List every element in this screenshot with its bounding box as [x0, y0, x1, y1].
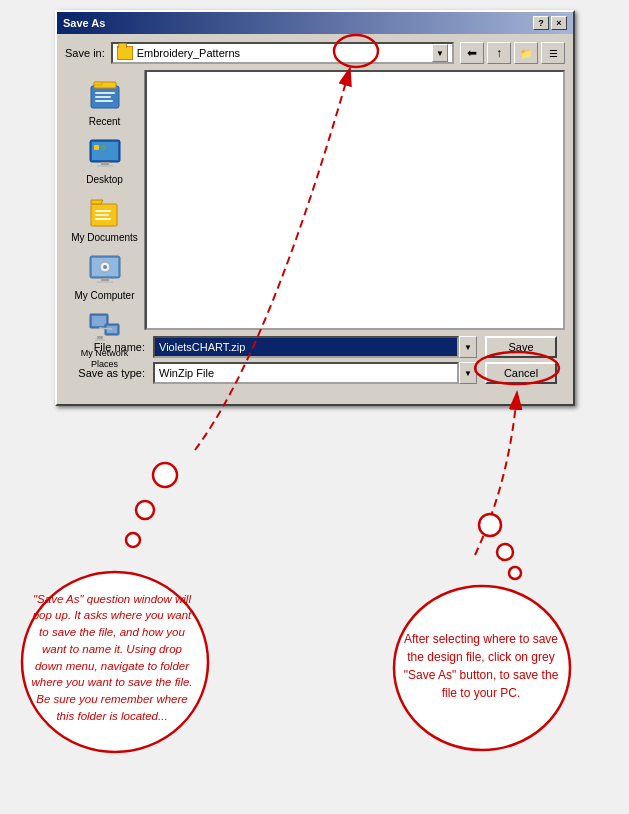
savein-label: Save in: — [65, 47, 105, 59]
savetype-input[interactable] — [153, 362, 459, 384]
svg-rect-20 — [97, 281, 113, 283]
savein-folder-name: Embroidery_Patterns — [137, 47, 428, 59]
svg-rect-5 — [95, 100, 113, 102]
new-folder-button[interactable]: 📁 — [514, 42, 538, 64]
svg-rect-9 — [97, 165, 113, 167]
mydocuments-icon — [87, 194, 123, 230]
sidebar-mydocuments-label: My Documents — [71, 232, 138, 244]
mycomputer-icon — [87, 252, 123, 288]
savein-row: Save in: Embroidery_Patterns ▼ ⬅ ↑ 📁 ☰ — [65, 42, 565, 64]
svg-rect-2 — [94, 82, 102, 85]
svg-line-27 — [99, 328, 112, 329]
savetype-combo-arrow[interactable]: ▼ — [459, 362, 477, 384]
svg-point-34 — [136, 501, 154, 519]
svg-rect-3 — [95, 92, 115, 94]
right-callout: After selecting where to save the design… — [390, 573, 575, 758]
svg-marker-13 — [91, 200, 103, 204]
svg-point-22 — [103, 265, 107, 269]
cancel-button[interactable]: Cancel — [485, 362, 557, 384]
sidebar-desktop-label: Desktop — [86, 174, 123, 186]
sidebar-item-mydocuments[interactable]: My Documents — [69, 190, 141, 248]
savein-dropdown-arrow[interactable]: ▼ — [432, 44, 448, 62]
left-callout: "Save As" question window will pop up. I… — [15, 557, 210, 757]
svg-rect-16 — [95, 218, 111, 220]
sidebar-item-mynetwork[interactable]: My Network Places — [69, 306, 141, 374]
filename-row: File name: ▼ Save — [73, 336, 557, 358]
up-icon: ↑ — [496, 46, 502, 60]
svg-rect-4 — [95, 96, 111, 98]
views-icon: ☰ — [549, 48, 558, 59]
back-button[interactable]: ⬅ — [460, 42, 484, 64]
titlebar-buttons: ? × — [533, 16, 567, 30]
svg-rect-24 — [92, 316, 106, 326]
sidebar-mycomputer-label: My Computer — [74, 290, 134, 302]
back-icon: ⬅ — [467, 46, 477, 60]
filename-input[interactable] — [153, 336, 459, 358]
dialog-body: Save in: Embroidery_Patterns ▼ ⬅ ↑ 📁 ☰ — [57, 34, 573, 404]
folder-icon — [117, 46, 133, 60]
right-callout-text: After selecting where to save the design… — [400, 591, 562, 741]
svg-rect-14 — [95, 210, 111, 212]
toolbar-buttons: ⬅ ↑ 📁 ☰ — [460, 42, 565, 64]
svg-point-35 — [126, 533, 140, 547]
svg-rect-26 — [107, 326, 117, 333]
filename-input-group: ▼ — [153, 336, 477, 358]
filename-combo-arrow[interactable]: ▼ — [459, 336, 477, 358]
svg-point-36 — [479, 514, 501, 536]
sidebar-item-desktop[interactable]: Desktop — [69, 132, 141, 190]
savein-combo[interactable]: Embroidery_Patterns ▼ — [111, 42, 454, 64]
sidebar-item-recent[interactable]: Recent — [69, 74, 141, 132]
recent-icon — [87, 78, 123, 114]
svg-rect-10 — [94, 145, 99, 150]
views-button[interactable]: ☰ — [541, 42, 565, 64]
main-area: Recent Desktop — [65, 70, 565, 330]
save-as-dialog: Save As ? × Save in: Embroidery_Patterns… — [55, 10, 575, 406]
new-folder-icon: 📁 — [520, 48, 532, 59]
dialog-title: Save As — [63, 17, 105, 29]
titlebar: Save As ? × — [57, 12, 573, 34]
savetype-input-group: ▼ — [153, 362, 477, 384]
svg-rect-11 — [101, 145, 106, 150]
svg-rect-15 — [95, 214, 109, 216]
filename-label: File name: — [73, 341, 153, 353]
savetype-label: Save as type: — [73, 367, 153, 379]
save-button[interactable]: Save — [485, 336, 557, 358]
close-button[interactable]: × — [551, 16, 567, 30]
svg-point-33 — [153, 463, 177, 487]
svg-point-37 — [497, 544, 513, 560]
sidebar-item-mycomputer[interactable]: My Computer — [69, 248, 141, 306]
sidebar-recent-label: Recent — [89, 116, 121, 128]
sidebar: Recent Desktop — [65, 70, 145, 330]
desktop-icon — [87, 136, 123, 172]
svg-rect-7 — [92, 142, 118, 160]
file-area[interactable] — [145, 70, 565, 330]
up-button[interactable]: ↑ — [487, 42, 511, 64]
savetype-row: Save as type: ▼ Cancel — [73, 362, 557, 384]
left-callout-text: "Save As" question window will pop up. I… — [27, 575, 197, 740]
help-button[interactable]: ? — [533, 16, 549, 30]
